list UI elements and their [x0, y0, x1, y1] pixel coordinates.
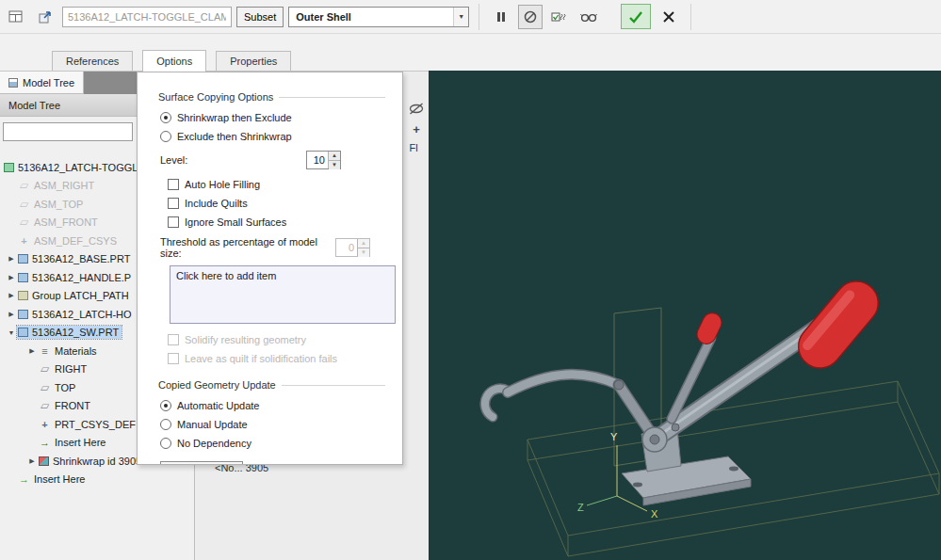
- creo-shrinkwrap-window: Subset Outer Shell ▼: [0, 0, 941, 560]
- radio-manual-update[interactable]: Manual Update: [160, 416, 385, 432]
- tree-item-core[interactable]: 5136A12_SW.PRT: [17, 326, 122, 339]
- radio-dot-icon[interactable]: [160, 131, 171, 142]
- export-model-icon[interactable]: [33, 5, 57, 29]
- tree-item-core[interactable]: 5136A12_LATCH-TOGGLE: [3, 161, 148, 174]
- tree-item-core[interactable]: +ASM_DEF_CSYS: [17, 234, 120, 248]
- radio-exclude-then-shrinkwrap[interactable]: Exclude then Shrinkwrap: [160, 128, 385, 144]
- model-name-field[interactable]: [62, 7, 232, 27]
- tree-item-label: ASM_FRONT: [34, 216, 98, 228]
- tree-item-core[interactable]: 5136A12_BASE.PRT: [17, 252, 133, 265]
- mounting-hole: [729, 467, 738, 472]
- group-rule: [279, 97, 385, 98]
- tree-expand-arrow[interactable]: ▶: [26, 457, 38, 465]
- level-row: Level: 10 ▲▼: [160, 151, 385, 169]
- options-flyout-panel: Surface Copying Options Shrinkwrap then …: [137, 72, 403, 465]
- pivot-bolt: [650, 435, 659, 444]
- verify-feature-icon[interactable]: [547, 5, 572, 29]
- checkbox-icon[interactable]: [168, 198, 179, 209]
- hide-items-icon[interactable]: [408, 102, 425, 118]
- radio-label: Exclude then Shrinkwrap: [177, 131, 292, 142]
- datum-list-hint[interactable]: Click here to add item: [176, 270, 389, 281]
- level-value[interactable]: 10: [307, 152, 328, 168]
- checkbox-label: Leave as quilt if solidification fails: [185, 353, 337, 364]
- tree-item-core[interactable]: →Insert Here: [38, 436, 108, 449]
- tree-expand-arrow[interactable]: ▶: [26, 347, 38, 355]
- tree-filter-input[interactable]: [3, 122, 133, 141]
- dropdown-selected-value: Outer Shell: [296, 11, 351, 23]
- tree-expand-arrow[interactable]: ▶: [6, 311, 17, 318]
- latch-pin: [614, 380, 624, 390]
- tree-item-core[interactable]: ▱RIGHT: [38, 362, 89, 376]
- radio-automatic-update[interactable]: Automatic Update: [160, 397, 385, 413]
- tree-item-core[interactable]: ▱ASM_RIGHT: [17, 179, 97, 192]
- tree-item[interactable]: →Insert Here: [0, 471, 194, 489]
- refit-datums-button[interactable]: Refit Datums: [160, 461, 243, 465]
- tree-expand-arrow[interactable]: ▼: [6, 329, 17, 336]
- tree-expand-arrow[interactable]: ▶: [6, 255, 17, 263]
- window-grid-icon[interactable]: [4, 5, 28, 29]
- radio-dot-icon[interactable]: [160, 419, 171, 430]
- datum-plane-icon: ▱: [18, 216, 30, 228]
- tab-options[interactable]: Options: [142, 50, 206, 72]
- model-tree-tab[interactable]: Model Tree: [0, 72, 84, 94]
- radio-no-dependency[interactable]: No Dependency: [160, 435, 385, 451]
- tree-item-label: Materials: [55, 345, 97, 357]
- add-icon[interactable]: +: [413, 124, 420, 136]
- panel-side-strip: + Fl: [404, 102, 429, 153]
- checkbox-icon[interactable]: [168, 216, 179, 228]
- tab-references[interactable]: References: [52, 51, 133, 71]
- shrinkwrap-icon: [39, 456, 49, 466]
- graphics-viewport[interactable]: Y Z X: [429, 71, 941, 560]
- radio-dot-icon[interactable]: [160, 112, 171, 123]
- insert-arrow-green-icon: →: [18, 473, 30, 485]
- tab-properties[interactable]: Properties: [216, 51, 291, 71]
- tree-expand-arrow[interactable]: ▶: [6, 274, 17, 281]
- tree-item-core[interactable]: Group LATCH_PATH: [17, 289, 132, 302]
- spin-down-icon[interactable]: ▼: [329, 161, 340, 169]
- checkbox-ignore-small-surfaces[interactable]: Ignore Small Surfaces: [168, 214, 385, 230]
- spin-up-icon[interactable]: ▲: [329, 152, 340, 161]
- radio-shrinkwrap-then-exclude[interactable]: Shrinkwrap then Exclude: [160, 109, 385, 125]
- pause-icon[interactable]: [489, 5, 513, 29]
- tree-item-label: 5136A12_LATCH-HO: [32, 309, 132, 320]
- tree-item-core[interactable]: ▱TOP: [38, 381, 78, 394]
- shrinkwrap-method-dropdown[interactable]: Outer Shell ▼: [288, 7, 469, 27]
- cancel-x-button[interactable]: [656, 4, 681, 29]
- tree-item-core[interactable]: ▱ASM_FRONT: [17, 216, 101, 229]
- level-spinbox[interactable]: 10 ▲▼: [306, 151, 341, 169]
- copied-geometry-update-title: Copied Geometry Update: [158, 379, 276, 391]
- left-panel-area: Model Tree Model Tree 5136A12_LATCH-TOGG…: [0, 71, 429, 560]
- threshold-label: Threshold as percentage of model size:: [160, 236, 335, 259]
- radio-dot-icon[interactable]: [160, 438, 171, 449]
- radio-dot-icon[interactable]: [160, 400, 171, 411]
- checkbox-leave-as-quilt: Leave as quilt if solidification fails: [168, 350, 385, 366]
- red-handle-grip: [789, 273, 886, 377]
- checkbox-label: Ignore Small Surfaces: [185, 216, 286, 228]
- dashboard-tabbar: References Options Properties: [0, 50, 429, 71]
- subset-button[interactable]: Subset: [236, 7, 284, 27]
- tree-item-core[interactable]: ▱FRONT: [38, 399, 93, 412]
- checkbox-icon[interactable]: [168, 179, 179, 190]
- tree-expand-arrow[interactable]: ▶: [6, 292, 17, 299]
- no-preview-icon[interactable]: [518, 5, 543, 29]
- checkbox-include-quilts[interactable]: Include Quilts: [168, 195, 385, 211]
- insert-arrow-icon: →: [39, 437, 51, 448]
- level-label: Level:: [160, 154, 306, 166]
- chevron-down-icon[interactable]: ▼: [453, 8, 468, 26]
- group-rule: [282, 385, 385, 386]
- checkbox-auto-hole-filling[interactable]: Auto Hole Filling: [168, 176, 385, 192]
- tree-item-core[interactable]: +PRT_CSYS_DEF: [38, 418, 138, 431]
- tree-item-core[interactable]: ≡Materials: [38, 344, 100, 358]
- datum-plane-icon: ▱: [18, 180, 30, 191]
- tree-item-label: PRT_CSYS_DEF: [55, 419, 136, 430]
- spin-down-icon: ▼: [358, 248, 369, 257]
- datum-reference-list[interactable]: Click here to add item: [170, 265, 396, 324]
- tree-item-core[interactable]: →Insert Here: [17, 472, 88, 486]
- ok-check-button[interactable]: [621, 4, 651, 29]
- tree-item-core[interactable]: 5136A12_LATCH-HO: [17, 308, 135, 321]
- tree-item-core[interactable]: Shrinkwrap id 3905: [38, 455, 144, 468]
- preview-glasses-icon[interactable]: [576, 5, 601, 29]
- tree-item-core[interactable]: 5136A12_HANDLE.P: [17, 271, 134, 284]
- tree-item-core[interactable]: ▱ASM_TOP: [17, 198, 86, 211]
- x-axis-line: [617, 496, 647, 511]
